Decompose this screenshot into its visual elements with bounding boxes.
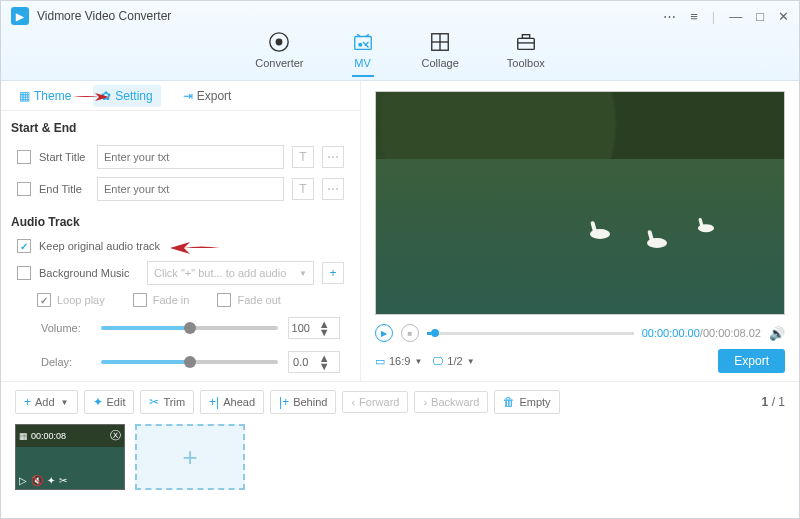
add-button[interactable]: +Add▼: [15, 390, 78, 414]
volume-stepper[interactable]: 100▲▼: [288, 317, 340, 339]
tab-theme-label: Theme: [34, 89, 71, 103]
aspect-ratio-select[interactable]: ▭16:9▼: [375, 355, 422, 368]
fade-out-checkbox[interactable]: [217, 293, 231, 307]
right-pane: ▶ ■ 00:00:00.00/00:00:08.02 🔊 ▭16:9▼ 🖵1/…: [361, 81, 799, 381]
tab-converter-label: Converter: [255, 57, 303, 69]
end-title-row: End Title T ⋯: [1, 173, 360, 205]
clip-thumbnail[interactable]: ▦00:00:08 ⓧ ▷ 🔇 ✦ ✂: [15, 424, 125, 490]
text-clear-button[interactable]: ⋯: [322, 178, 344, 200]
delay-stepper[interactable]: 0.0▲▼: [288, 351, 340, 373]
svg-rect-8: [522, 35, 529, 39]
playback-options-row: Loop play Fade in Fade out: [1, 289, 360, 311]
toolbox-icon: [515, 31, 537, 53]
behind-button[interactable]: |+Behind: [270, 390, 336, 414]
video-preview[interactable]: [375, 91, 785, 315]
bg-music-row: Background Music Click "+" but... to add…: [1, 257, 360, 289]
end-title-input[interactable]: [97, 177, 284, 201]
bg-music-checkbox[interactable]: [17, 266, 31, 280]
empty-icon: 🗑: [503, 395, 515, 409]
start-title-checkbox[interactable]: [17, 150, 31, 164]
tab-export-label: Export: [197, 89, 232, 103]
tab-export[interactable]: ⇥Export: [175, 85, 240, 107]
end-title-checkbox[interactable]: [17, 182, 31, 196]
tab-collage[interactable]: Collage: [422, 31, 459, 77]
delay-row: Delay: 0.0▲▼: [1, 345, 360, 379]
header: ▶ Vidmore Video Converter ⋯ ≡ | — □ ✕ Co…: [1, 1, 799, 81]
action-row: +Add▼ ✦Edit ✂Trim +|Ahead |+Behind ‹Forw…: [15, 390, 785, 414]
forward-button[interactable]: ‹Forward: [342, 391, 408, 413]
stop-button[interactable]: ■: [401, 324, 419, 342]
preview-options: ▭16:9▼ 🖵1/2▼ Export: [375, 347, 785, 375]
tab-toolbox[interactable]: Toolbox: [507, 31, 545, 77]
empty-button[interactable]: 🗑Empty: [494, 390, 559, 414]
mute-icon[interactable]: 🔇: [31, 475, 43, 486]
volume-slider[interactable]: [101, 326, 278, 330]
start-title-label: Start Title: [39, 151, 89, 163]
forward-icon: ‹: [351, 396, 355, 408]
volume-label: Volume:: [41, 322, 91, 334]
preview-water: [376, 159, 784, 314]
start-title-row: Start Title T ⋯: [1, 141, 360, 173]
converter-icon: [268, 31, 290, 53]
ahead-button[interactable]: +|Ahead: [200, 390, 264, 414]
tab-converter[interactable]: Converter: [255, 31, 303, 77]
volume-icon[interactable]: 🔊: [769, 326, 785, 341]
app-logo-icon: ▶: [11, 7, 29, 25]
annotation-arrow-icon: [71, 89, 111, 105]
aspect-icon: ▭: [375, 355, 385, 368]
remove-clip-icon[interactable]: ⓧ: [110, 428, 121, 443]
feedback-icon[interactable]: ⋯: [663, 9, 676, 24]
trim-button[interactable]: ✂Trim: [140, 390, 194, 414]
preview-swan: [588, 221, 612, 239]
text-style-button[interactable]: T: [292, 146, 314, 168]
minimize-button[interactable]: —: [729, 9, 742, 24]
tab-mv-label: MV: [354, 57, 371, 69]
time-display: 00:00:00.00/00:00:08.02: [642, 327, 761, 339]
svg-point-1: [277, 39, 283, 45]
export-button[interactable]: Export: [718, 349, 785, 373]
backward-button[interactable]: ›Backward: [414, 391, 488, 413]
keep-original-checkbox[interactable]: [17, 239, 31, 253]
add-audio-button[interactable]: +: [322, 262, 344, 284]
svg-point-3: [358, 43, 361, 46]
maximize-button[interactable]: □: [756, 9, 764, 24]
pagination: 1 / 1: [762, 395, 785, 409]
clip-duration: 00:00:08: [31, 431, 66, 441]
loop-play-checkbox[interactable]: [37, 293, 51, 307]
volume-row: Volume: 100▲▼: [1, 311, 360, 345]
fade-in-checkbox[interactable]: [133, 293, 147, 307]
end-title-label: End Title: [39, 183, 89, 195]
trim-icon: ✂: [149, 395, 159, 409]
tab-theme[interactable]: ▦Theme: [11, 85, 79, 107]
delay-slider[interactable]: [101, 360, 278, 364]
divider: |: [712, 9, 715, 24]
left-pane: ▦Theme ✿Setting ⇥Export Start & End Star…: [1, 81, 361, 381]
settings-panel: Start & End Start Title T ⋯ End Title T …: [1, 111, 360, 379]
start-end-title: Start & End: [1, 111, 360, 141]
tab-toolbox-label: Toolbox: [507, 57, 545, 69]
add-clip-button[interactable]: +: [135, 424, 245, 490]
start-title-input[interactable]: [97, 145, 284, 169]
effects-icon[interactable]: ✦: [47, 475, 55, 486]
backward-icon: ›: [423, 396, 427, 408]
window-controls: ⋯ ≡ | — □ ✕: [663, 9, 789, 24]
cut-icon[interactable]: ✂: [59, 475, 67, 486]
menu-icon[interactable]: ≡: [690, 9, 698, 24]
text-style-button[interactable]: T: [292, 178, 314, 200]
play-icon[interactable]: ▷: [19, 475, 27, 486]
sub-tabs: ▦Theme ✿Setting ⇥Export: [1, 81, 360, 111]
bg-music-select[interactable]: Click "+" but... to add audio▼: [147, 261, 314, 285]
play-button[interactable]: ▶: [375, 324, 393, 342]
tab-setting-label: Setting: [115, 89, 152, 103]
close-button[interactable]: ✕: [778, 9, 789, 24]
bg-music-label: Background Music: [39, 267, 139, 279]
body-split: ▦Theme ✿Setting ⇥Export Start & End Star…: [1, 81, 799, 381]
zoom-select[interactable]: 🖵1/2▼: [432, 355, 474, 367]
clip-actions: ▷ 🔇 ✦ ✂: [19, 475, 67, 486]
app-title: Vidmore Video Converter: [37, 9, 171, 23]
tab-mv[interactable]: MV: [352, 31, 374, 77]
progress-bar[interactable]: [427, 332, 634, 335]
text-clear-button[interactable]: ⋯: [322, 146, 344, 168]
annotation-arrow-icon: [166, 239, 222, 257]
edit-button[interactable]: ✦Edit: [84, 390, 135, 414]
